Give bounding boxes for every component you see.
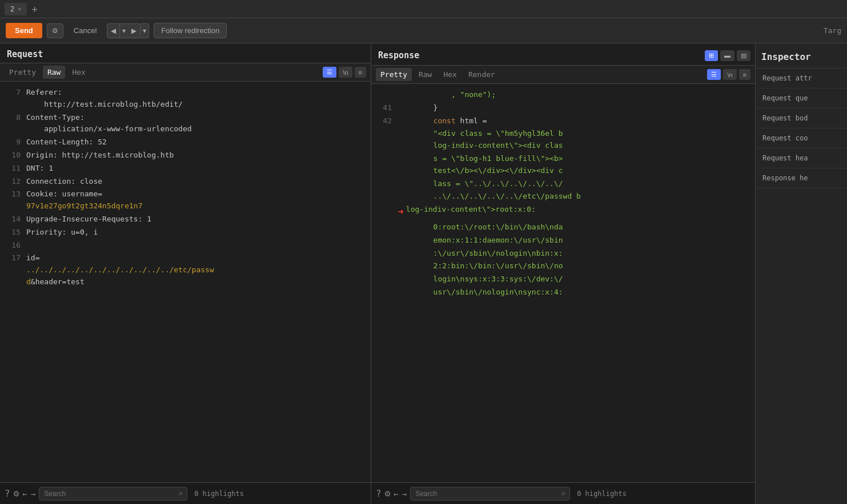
- request-content: 7 Referer: http://test.microblog.htb/edi…: [0, 82, 371, 482]
- tab-raw-request[interactable]: Raw: [43, 66, 65, 79]
- response-grid-view-icon[interactable]: ⊞: [705, 50, 718, 61]
- response-back-icon[interactable]: ←: [394, 489, 398, 498]
- inspector-request-que[interactable]: Request que: [756, 88, 847, 108]
- response-search-icon: ⌕: [561, 489, 565, 498]
- tab-2[interactable]: 2 ✕: [5, 3, 27, 15]
- help-icon[interactable]: ?: [5, 488, 10, 499]
- line-text: :\/usr\/sbin\/nologin\nbin:x:: [398, 248, 750, 260]
- line-text: }: [398, 102, 750, 114]
- tab-close-icon[interactable]: ✕: [18, 6, 21, 12]
- line-number: 41: [376, 102, 392, 114]
- tab-hex-response[interactable]: Hex: [439, 68, 461, 81]
- forward-nav-icon[interactable]: →: [31, 489, 35, 498]
- line-text: Upgrade-Insecure-Requests: 1: [26, 213, 366, 225]
- line-number: 14: [5, 213, 21, 225]
- request-view-icons: ☰ \n ≡: [323, 67, 366, 78]
- arrow-indicator-icon: ➜: [398, 204, 404, 220]
- line-number: 16: [5, 240, 21, 252]
- line-text: DNT: 1: [26, 163, 366, 175]
- request-line-14: 14 Upgrade-Insecure-Requests: 1: [0, 213, 371, 226]
- line-number: [376, 128, 392, 152]
- line-text: Origin: http://test.microblog.htb: [26, 150, 366, 162]
- request-menu-icon[interactable]: ≡: [355, 67, 366, 78]
- line-text: , "none");: [398, 89, 750, 101]
- request-bottom-bar: ? ⚙ ← → ⌕ 0 highlights: [0, 482, 371, 504]
- line-text: id=../../../../../../../../../../../etc/…: [26, 252, 366, 288]
- settings-icon-button[interactable]: ⚙: [47, 23, 63, 38]
- inspector-request-coo[interactable]: Request coo: [756, 128, 847, 148]
- response-settings-icon[interactable]: ⚙: [385, 488, 391, 499]
- line-text: Cookie: username=97v1e27go9t2gt324n5dqre…: [26, 188, 366, 212]
- settings-icon[interactable]: ⚙: [14, 488, 19, 499]
- request-tabs: Pretty Raw Hex ☰ \n ≡: [0, 63, 371, 82]
- nav-back-dropdown[interactable]: ▾: [120, 23, 128, 38]
- nav-forward-button[interactable]: ▶: [128, 23, 141, 38]
- line-text: emon:x:1:1:daemon:\/usr\/sbin: [398, 235, 750, 247]
- tab-hex-request[interactable]: Hex: [67, 66, 90, 79]
- response-list-view-icon[interactable]: ▬: [720, 50, 734, 61]
- response-title: Response: [376, 47, 422, 64]
- request-list-view-icon[interactable]: ☰: [323, 67, 336, 78]
- request-newline-icon[interactable]: \n: [339, 67, 352, 78]
- inspector-request-attr[interactable]: Request attr: [756, 68, 847, 88]
- response-forward-icon[interactable]: →: [402, 489, 407, 498]
- line-text: login\nsys:x:3:3:sys:\/dev:\/: [398, 273, 750, 285]
- response-line-etc: ..\/..\/..\/..\/..\/etc\/passwd b: [371, 190, 755, 203]
- follow-redirection-button[interactable]: Follow redirection: [154, 23, 227, 38]
- response-line-blogclas: s = \"blog-h1 blue-fill\"><b> test<\/b><…: [371, 152, 755, 178]
- line-text: usr\/sbin\/nologin\nsync:x:4:: [398, 287, 750, 299]
- response-help-icon[interactable]: ?: [376, 488, 382, 499]
- line-text: "<div class = \"hm5yhgl36el b log-indiv-…: [398, 128, 750, 152]
- request-title: Request: [0, 43, 371, 63]
- cancel-button[interactable]: Cancel: [68, 23, 102, 38]
- response-menu-icon[interactable]: ≡: [739, 69, 750, 80]
- back-nav-icon[interactable]: ←: [22, 489, 27, 498]
- inspector-request-hea[interactable]: Request hea: [756, 148, 847, 168]
- tab-pretty-request[interactable]: Pretty: [5, 66, 41, 79]
- response-panel: Response ⊞ ▬ ▤ Pretty Raw Hex Render ☰ \…: [371, 43, 756, 504]
- line-number: [376, 204, 392, 220]
- response-line-none: , "none");: [371, 88, 755, 102]
- inspector-response-he[interactable]: Response he: [756, 168, 847, 188]
- nav-back-button[interactable]: ◀: [107, 23, 120, 38]
- send-button[interactable]: Send: [6, 23, 42, 38]
- line-number: 12: [5, 176, 21, 188]
- line-text: [26, 240, 366, 252]
- request-line-16: 16: [0, 239, 371, 252]
- line-text: 2:2:bin:\/bin:\/usr\/sbin\/no: [398, 260, 750, 272]
- tab-bar: 2 ✕ +: [0, 0, 847, 18]
- tab-pretty-response[interactable]: Pretty: [376, 68, 412, 81]
- line-text: Referer: http://test.microblog.htb/edit/: [26, 87, 366, 111]
- tab-add-button[interactable]: +: [27, 3, 42, 15]
- response-compact-view-icon[interactable]: ▤: [737, 50, 750, 61]
- line-number: 10: [5, 150, 21, 162]
- line-number: [376, 89, 392, 101]
- response-line-root: ➜ log-indiv-content\">root:x:0:: [371, 203, 755, 221]
- response-line-daemon: emon:x:1:1:daemon:\/usr\/sbin: [371, 234, 755, 247]
- line-number: [376, 153, 392, 177]
- inspector-request-bod[interactable]: Request bod: [756, 108, 847, 128]
- keyword-const: const: [433, 116, 456, 125]
- response-search-input[interactable]: [410, 487, 570, 501]
- tab-label: 2: [10, 5, 14, 13]
- tab-render-response[interactable]: Render: [464, 68, 500, 81]
- target-label: Targ: [824, 26, 841, 35]
- request-search-wrapper: ⌕: [39, 487, 187, 501]
- line-number: [376, 235, 392, 247]
- nav-forward-dropdown[interactable]: ▾: [141, 23, 149, 38]
- line-text: Priority: u=0, i: [26, 227, 366, 239]
- line-text: ..\/..\/..\/..\/..\/etc\/passwd b: [398, 191, 750, 203]
- tab-raw-response[interactable]: Raw: [414, 68, 436, 81]
- cookie-value: 97v1e27go9t2gt324n5dqre1n7: [26, 201, 143, 210]
- line-number: [376, 191, 392, 203]
- line-text: 0:root:\/root:\/bin\/bash\nda: [398, 221, 750, 233]
- response-search-wrapper: ⌕: [410, 487, 570, 501]
- request-search-input[interactable]: [39, 487, 187, 501]
- response-lines: , "none"); 41 } 42 const html =: [371, 86, 755, 301]
- response-newline-icon[interactable]: \n: [723, 69, 736, 80]
- request-search-icon: ⌕: [178, 489, 183, 498]
- line-number: 8: [5, 112, 21, 136]
- request-line-10: 10 Origin: http://test.microblog.htb: [0, 149, 371, 162]
- response-stream-icon[interactable]: ☰: [707, 69, 721, 80]
- line-number: 9: [5, 136, 21, 148]
